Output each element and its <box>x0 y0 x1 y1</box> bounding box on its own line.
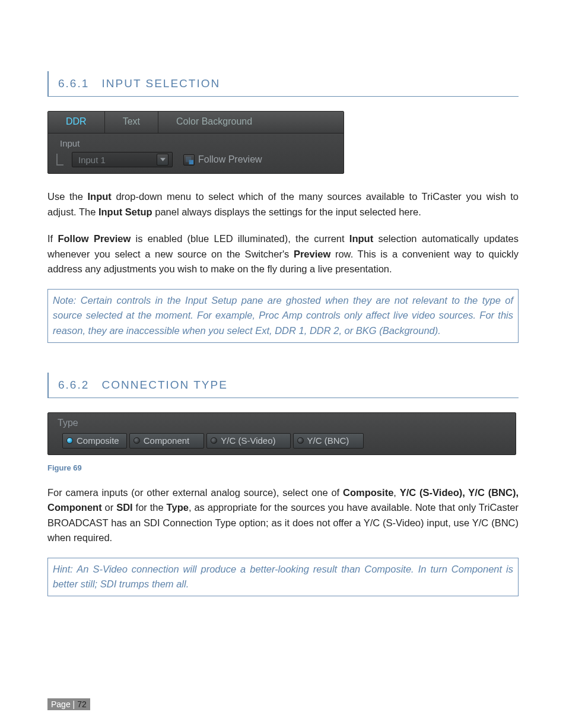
follow-preview-checkbox[interactable]: Follow Preview <box>183 154 262 166</box>
page-number: 72 <box>77 700 87 709</box>
section-title: INPUT SELECTION <box>102 77 221 90</box>
type-group-label: Type <box>48 413 516 433</box>
paragraph-follow-preview: If Follow Preview is enabled (blue LED i… <box>47 231 519 277</box>
radio-component[interactable]: Component <box>129 433 205 449</box>
input-select[interactable]: Input 1 <box>72 152 173 167</box>
input-group-label: Input <box>48 133 344 151</box>
paragraph-input-dropdown: Use the Input drop-down menu to select w… <box>47 189 519 220</box>
radio-yc-bnc[interactable]: Y/C (BNC) <box>293 433 364 449</box>
radio-label: Y/C (BNC) <box>307 435 349 446</box>
radio-dot-icon <box>297 437 304 444</box>
chevron-down-icon <box>157 154 168 166</box>
input-setup-tabs: DDR Text Color Background <box>48 112 344 133</box>
radio-yc-svideo[interactable]: Y/C (S-Video) <box>206 433 290 449</box>
connection-type-panel: Type Composite Component Y/C (S-Video) Y… <box>47 412 516 455</box>
figure-label: Figure 69 <box>47 463 519 472</box>
section-heading-input-selection: 6.6.1 INPUT SELECTION <box>47 71 519 97</box>
tree-connector-icon <box>56 154 63 166</box>
svg-rect-1 <box>186 157 191 162</box>
follow-preview-label: Follow Preview <box>198 154 262 165</box>
hint-box-svideo: Hint: An S-Video connection will produce… <box>47 558 519 596</box>
tab-ddr[interactable]: DDR <box>48 112 105 133</box>
radio-dot-icon <box>133 437 140 444</box>
radio-dot-icon <box>211 437 217 444</box>
radio-composite[interactable]: Composite <box>62 433 127 449</box>
paragraph-camera-inputs: For camera inputs (or other external ana… <box>47 485 519 546</box>
page-footer: Page | 72 <box>47 698 90 710</box>
section-title: CONNECTION TYPE <box>102 379 228 391</box>
connection-type-radio-group: Composite Component Y/C (S-Video) Y/C (B… <box>48 433 516 449</box>
note-box-ghosted-controls: Note: Certain controls in the Input Setu… <box>47 289 519 343</box>
page-label: Page | <box>51 700 77 709</box>
radio-dot-icon <box>66 437 73 444</box>
section-number: 6.6.1 <box>58 77 89 90</box>
tab-color-background[interactable]: Color Background <box>158 112 344 133</box>
section-heading-connection-type: 6.6.2 CONNECTION TYPE <box>47 373 519 398</box>
tab-text[interactable]: Text <box>105 112 158 133</box>
radio-label: Y/C (S-Video) <box>221 435 275 446</box>
radio-label: Composite <box>77 435 119 446</box>
section-number: 6.6.2 <box>58 379 89 391</box>
input-setup-panel: DDR Text Color Background Input Input 1 … <box>47 111 344 174</box>
input-select-value: Input 1 <box>78 155 106 165</box>
radio-label: Component <box>144 435 190 446</box>
checkbox-icon <box>183 154 195 166</box>
